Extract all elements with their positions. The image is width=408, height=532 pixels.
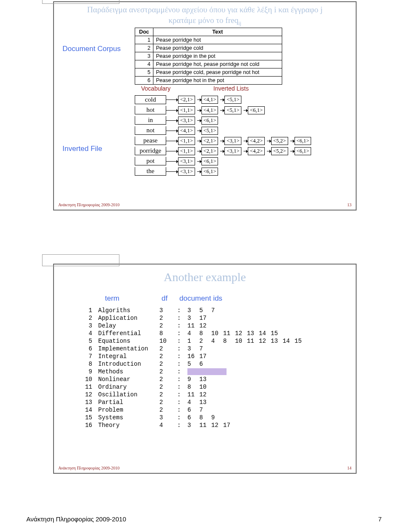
- table-row: 2Pease porridge cold: [135, 44, 282, 52]
- posting: <1,1>: [178, 137, 195, 145]
- posting: <5,2>: [271, 147, 288, 155]
- posting: <5,2>: [271, 137, 288, 145]
- posting: <6,1>: [295, 147, 312, 155]
- term-label: term: [105, 294, 119, 303]
- title-sub: ij: [238, 20, 241, 26]
- posting: <4,2>: [248, 147, 265, 155]
- title-line2: κρατάμε μόνο το freq: [168, 16, 238, 25]
- inverted-row: porridge<1,1><2,1><3,1><4,2><5,2><6,1>: [135, 147, 313, 155]
- page-footer: Ανάκτηση Πληροφορίας 2009-2010: [26, 515, 126, 523]
- inverted-row: pot<3,1><6,1>: [135, 157, 313, 165]
- posting: <6,1>: [201, 157, 218, 165]
- inverted-term: not: [135, 126, 166, 135]
- slide-inverted-file: Παράδειγμα ανεστραμμένου αρχείου όπου γι…: [53, 1, 357, 211]
- table-row: 15Systems3:689: [80, 414, 309, 421]
- posting: <3,1>: [178, 157, 195, 165]
- table-row: 14Problem2:67: [80, 407, 309, 413]
- df-label: df: [162, 294, 167, 303]
- table-row: 13Partial2:413: [80, 399, 309, 406]
- posting: <5,1>: [224, 106, 241, 114]
- posting: <6,1>: [295, 137, 312, 145]
- table-row: 7Integral2:1617: [80, 353, 309, 360]
- table-row: 12Oscillation2:1112: [80, 391, 309, 398]
- posting: <3,1>: [224, 137, 241, 145]
- slide-footer: Ανάκτηση Πληροφορίας 2009-2010 13: [58, 202, 351, 207]
- posting: <5,1>: [201, 127, 218, 135]
- inverted-row: not<4,1><5,1>: [135, 126, 313, 135]
- inverted-term: porridge: [135, 147, 166, 155]
- inverted-term: in: [135, 116, 166, 125]
- inverted-term: pease: [135, 137, 166, 145]
- corpus-header-doc: Doc: [135, 28, 153, 36]
- footer-text: Ανάκτηση Πληροφορίας 2009-2010: [58, 202, 119, 207]
- slide1-title: Παράδειγμα ανεστραμμένου αρχείου όπου γι…: [62, 5, 347, 27]
- slide2-title: Another example: [54, 270, 356, 284]
- page-footer-num: 7: [378, 515, 382, 523]
- posting: <5,1>: [224, 96, 241, 104]
- slide-another-example: Another example term df document ids 1Al…: [53, 264, 357, 474]
- inverted-row: cold<2,1><4,1><5,1>: [135, 95, 313, 104]
- posting: <4,1>: [201, 96, 218, 104]
- table-row: 16Theory4:3111217: [80, 422, 309, 429]
- posting: <6,1>: [201, 117, 218, 125]
- table-row: 8Introduction2:56: [80, 361, 309, 367]
- title-line1: Παράδειγμα ανεστραμμένου αρχείου όπου γι…: [87, 5, 323, 14]
- inverted-row: in<3,1><6,1>: [135, 116, 313, 125]
- term-table: 1Algoriths3:3572Application2:3173Delay2:…: [79, 306, 310, 430]
- inverted-row: hot<1,1><4,1><5,1><6,1>: [135, 106, 313, 114]
- table-row: 6Implementation2:37: [80, 345, 309, 352]
- table-row: 1Algoriths3:357: [80, 307, 309, 314]
- table-row: 11Ordinary2:810: [80, 384, 309, 390]
- inverted-lists-label: Inverted Lists: [213, 85, 249, 92]
- table-row: 1Pease porridge hot: [135, 36, 282, 44]
- table-row: 5Equations10:1248101112131415: [80, 338, 309, 344]
- posting: <1,1>: [178, 106, 195, 114]
- posting: <4,2>: [248, 137, 265, 145]
- inverted-term: hot: [135, 106, 166, 114]
- vocabulary-label: Vocabulary: [141, 85, 170, 92]
- posting: <3,1>: [224, 147, 241, 155]
- posting: <4,1>: [178, 127, 195, 135]
- table-row: 3Pease porridge in the pot: [135, 52, 282, 60]
- table-row: 3Delay2:1112: [80, 322, 309, 329]
- posting: <6,1>: [248, 106, 265, 114]
- footer-page: 14: [347, 466, 351, 470]
- table-row: 4Pease porridge hot, pease porridge not …: [135, 60, 282, 68]
- posting: <2,1>: [201, 147, 218, 155]
- footer-text: Ανάκτηση Πληροφορίας 2009-2010: [58, 466, 119, 470]
- inverted-term: pot: [135, 157, 166, 165]
- inverted-file-label: Inverted File: [62, 145, 102, 153]
- posting: <2,1>: [178, 96, 195, 104]
- posting: <3,1>: [178, 168, 195, 176]
- docids-label: document ids: [179, 294, 222, 303]
- table-row: 6Pease porridge hot in the pot: [135, 77, 282, 85]
- posting: <3,1>: [178, 117, 195, 125]
- inverted-term: the: [135, 167, 166, 176]
- corpus-table: Doc Text 1Pease porridge hot2Pease porri…: [135, 28, 282, 85]
- posting: <1,1>: [178, 147, 195, 155]
- table-row: 4Differential8:48101112131415: [80, 330, 309, 337]
- table-row: 5Pease porridge cold, pease porridge not…: [135, 68, 282, 77]
- slide-footer: Ανάκτηση Πληροφορίας 2009-2010 14: [58, 466, 351, 470]
- table-row: 9Methods2:: [80, 368, 309, 375]
- posting: <2,1>: [201, 137, 218, 145]
- footer-page: 13: [347, 202, 351, 207]
- inverted-term: cold: [135, 95, 166, 104]
- posting: <6,1>: [201, 168, 218, 176]
- table-row: 10Nonlinear2:913: [80, 376, 309, 383]
- highlight: [187, 368, 227, 375]
- table-row: 2Application2:317: [80, 315, 309, 321]
- document-corpus-label: Document Corpus: [62, 45, 121, 53]
- inverted-row: the<3,1><6,1>: [135, 167, 313, 176]
- inverted-row: pease<1,1><2,1><3,1><4,2><5,2><6,1>: [135, 137, 313, 145]
- corpus-header-text: Text: [153, 28, 282, 36]
- posting: <4,1>: [201, 106, 218, 114]
